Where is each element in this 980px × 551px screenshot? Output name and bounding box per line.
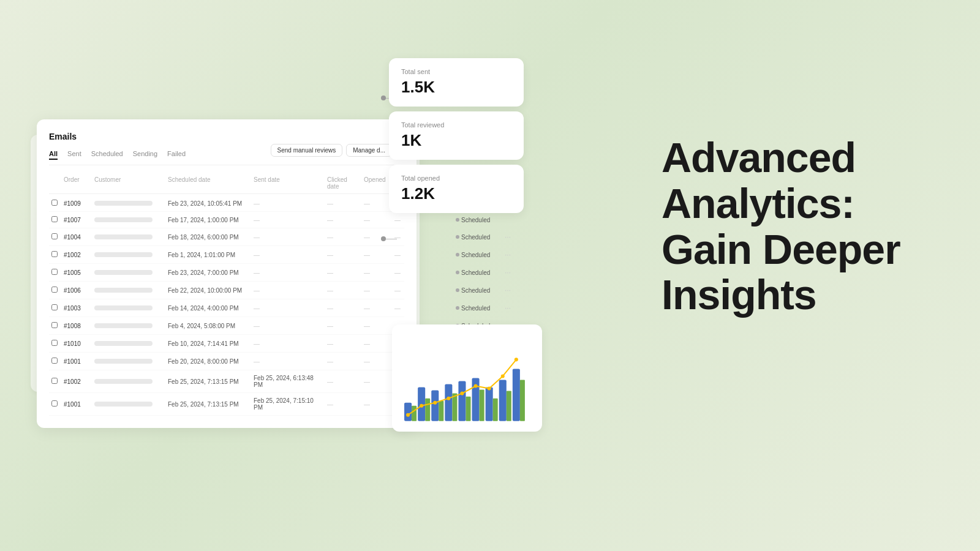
row-scheduled: Feb 10, 2024, 7:14:41 PM xyxy=(165,339,251,348)
row-check[interactable] xyxy=(49,250,61,260)
svg-rect-10 xyxy=(425,399,430,421)
status-badge: Scheduled xyxy=(456,269,490,276)
row-customer xyxy=(92,287,165,294)
row-sent: — xyxy=(251,304,325,313)
manage-button[interactable]: Manage d... xyxy=(346,144,392,157)
row-sent: — xyxy=(251,268,325,277)
row-scheduled: Feb 17, 2024, 1:00:00 PM xyxy=(165,216,251,225)
row-order: #1007 xyxy=(61,216,92,225)
row-customer xyxy=(92,269,165,276)
table-row: #1003 Feb 14, 2024, 4:00:00 PM — — — — S… xyxy=(49,299,404,317)
row-opened: — xyxy=(361,250,392,260)
row-check[interactable] xyxy=(49,399,61,409)
row-clicked: — xyxy=(325,250,361,260)
row-sent: — xyxy=(251,199,325,208)
row-more-button[interactable]: ··· xyxy=(502,249,514,260)
row-check[interactable] xyxy=(49,268,61,277)
row-reviewed: — xyxy=(392,268,453,277)
row-clicked: — xyxy=(325,286,361,295)
row-reviewed: — xyxy=(392,286,453,295)
metric-value-2: 1.2K xyxy=(401,184,511,203)
row-order: #1010 xyxy=(61,339,92,348)
row-customer xyxy=(92,200,165,207)
row-customer xyxy=(92,400,165,408)
row-opened: — xyxy=(361,199,392,208)
svg-rect-11 xyxy=(439,401,443,421)
tab-failed[interactable]: Failed xyxy=(167,149,186,160)
hero-heading: AdvancedAnalytics:Gain DeeperInsights xyxy=(662,135,931,318)
row-order: #1008 xyxy=(61,321,92,331)
row-customer xyxy=(92,340,165,347)
row-reviewed: — xyxy=(392,304,453,313)
row-check[interactable] xyxy=(49,198,61,208)
row-check[interactable] xyxy=(49,356,61,366)
row-reviewed: — xyxy=(392,250,453,260)
svg-point-18 xyxy=(406,413,410,417)
tab-sending[interactable]: Sending xyxy=(133,149,157,160)
svg-point-23 xyxy=(474,384,478,388)
send-manual-reviews-button[interactable]: Send manual reviews xyxy=(271,144,343,157)
row-check[interactable] xyxy=(49,215,61,225)
row-status: Scheduled xyxy=(453,303,502,313)
row-order: #1002 xyxy=(61,250,92,260)
row-scheduled: Feb 4, 2024, 5:08:00 PM xyxy=(165,321,251,331)
row-more-button[interactable]: ··· xyxy=(502,285,514,296)
row-clicked: — xyxy=(325,357,361,366)
metric-card-2: Total opened 1.2K xyxy=(389,165,524,213)
row-check[interactable] xyxy=(49,321,61,331)
row-clicked: — xyxy=(325,321,361,331)
row-check[interactable] xyxy=(49,232,61,242)
tab-sent[interactable]: Sent xyxy=(67,149,81,160)
svg-point-25 xyxy=(501,374,505,378)
row-more-button[interactable]: ··· xyxy=(502,231,514,242)
row-more-button[interactable]: ··· xyxy=(502,302,514,313)
row-sent: — xyxy=(251,216,325,225)
row-customer xyxy=(92,304,165,312)
row-more-button[interactable]: ··· xyxy=(502,267,514,278)
row-order: #1003 xyxy=(61,304,92,313)
svg-rect-2 xyxy=(431,391,439,421)
row-check[interactable] xyxy=(49,377,61,386)
chart-card xyxy=(392,324,542,432)
row-customer xyxy=(92,251,165,258)
row-opened: — xyxy=(361,268,392,277)
row-sent: Feb 25, 2024, 7:15:10 PM xyxy=(251,396,325,412)
tab-all[interactable]: All xyxy=(49,149,58,160)
row-clicked: — xyxy=(325,304,361,313)
table-row: #1004 Feb 18, 2024, 6:00:00 PM — — — — S… xyxy=(49,228,404,246)
row-scheduled: Feb 25, 2024, 7:13:15 PM xyxy=(165,400,251,409)
row-check[interactable] xyxy=(49,285,61,295)
table-row: #1007 Feb 17, 2024, 1:00:00 PM — — — — S… xyxy=(49,212,404,228)
status-badge: Scheduled xyxy=(456,252,490,258)
row-clicked: — xyxy=(325,233,361,242)
svg-point-20 xyxy=(433,401,437,405)
row-status: Scheduled xyxy=(453,285,502,295)
svg-rect-16 xyxy=(507,391,511,421)
row-order: #1004 xyxy=(61,233,92,242)
row-customer xyxy=(92,216,165,223)
col-scheduled: Scheduled date xyxy=(165,175,251,191)
row-more-button[interactable] xyxy=(502,219,514,221)
row-customer xyxy=(92,322,165,329)
svg-point-22 xyxy=(460,392,464,395)
row-scheduled: Feb 1, 2024, 1:01:00 PM xyxy=(165,250,251,260)
panel-actions: Send manual reviews Manage d... xyxy=(271,144,392,157)
col-customer: Customer xyxy=(92,175,165,191)
row-sent: — xyxy=(251,339,325,348)
panel-title: Emails xyxy=(49,132,404,141)
row-check[interactable] xyxy=(49,303,61,313)
table-row: #1002 Feb 25, 2024, 7:13:15 PM Feb 25, 2… xyxy=(49,370,404,393)
status-badge: Scheduled xyxy=(456,234,490,241)
connector-dot-2 xyxy=(381,236,386,241)
svg-point-24 xyxy=(488,387,491,391)
status-badge: Scheduled xyxy=(456,305,490,312)
row-status: Scheduled xyxy=(453,250,502,260)
metric-label-1: Total reviewed xyxy=(401,121,511,129)
tab-scheduled[interactable]: Scheduled xyxy=(91,149,123,160)
col-clicked: Clicked date xyxy=(325,175,361,191)
row-clicked: — xyxy=(325,339,361,348)
table-row: #1002 Feb 1, 2024, 1:01:00 PM — — — — Sc… xyxy=(49,246,404,264)
row-sent: — xyxy=(251,321,325,331)
col-check xyxy=(49,175,61,191)
row-check[interactable] xyxy=(49,339,61,348)
